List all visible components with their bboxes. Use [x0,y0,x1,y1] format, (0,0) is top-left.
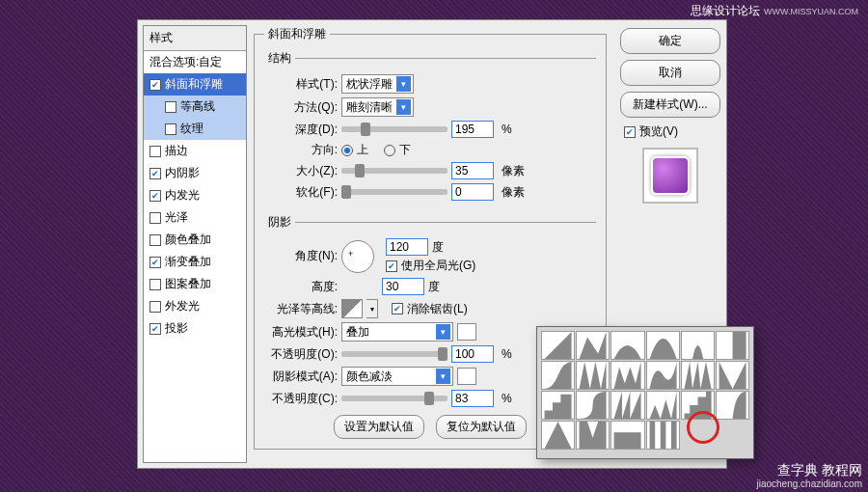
contour-preset[interactable] [576,361,610,390]
contour-preset[interactable] [576,331,610,360]
contour-preset[interactable] [610,331,644,360]
cancel-button[interactable]: 取消 [620,60,720,86]
svg-marker-13 [614,432,641,449]
checkbox-icon[interactable] [149,257,161,268]
direction-label: 方向: [264,142,338,158]
contour-preset[interactable] [646,331,680,360]
highlight-color-swatch[interactable] [457,323,476,341]
watermark-bottom-url: jiaocheng.chazidian.com [756,478,862,490]
style-label: 样式(T): [264,76,338,93]
checkbox-icon[interactable] [149,323,161,335]
highlight-mode-label: 高光模式(H): [264,324,338,341]
style-list: 样式 混合选项:自定 斜面和浮雕 等高线 纹理 描边 内阴影 内发光 光泽 颜色… [143,25,247,463]
soften-slider[interactable] [341,189,448,195]
svg-marker-2 [719,332,746,359]
contour-preset[interactable] [681,331,715,360]
style-select[interactable]: 枕状浮雕▾ [341,74,414,94]
contour-preset[interactable] [541,391,575,420]
contour-preset[interactable] [576,391,610,420]
svg-marker-8 [614,392,641,419]
contour-preset[interactable] [646,391,680,420]
size-input[interactable]: 35 [451,162,494,179]
checkbox-icon[interactable] [165,123,176,135]
direction-down-radio[interactable] [384,145,395,156]
structure-legend: 结构 [264,50,295,67]
make-default-button[interactable]: 设置为默认值 [334,415,424,439]
contour-preset[interactable] [541,331,575,360]
sidebar-item-gradient-overlay[interactable]: 渐变叠加 [144,251,246,273]
depth-input[interactable]: 195 [451,121,494,138]
ok-button[interactable]: 确定 [620,28,720,54]
sidebar-item-inner-shadow[interactable]: 内阴影 [144,162,246,184]
antialias-checkbox[interactable] [392,303,403,314]
angle-dial[interactable] [341,240,374,273]
gloss-contour-swatch[interactable] [341,299,363,318]
chevron-down-icon: ▾ [396,76,411,92]
soften-input[interactable]: 0 [451,183,494,201]
chevron-down-icon[interactable]: ▾ [366,299,378,318]
sidebar-item-bevel[interactable]: 斜面和浮雕 [144,73,246,96]
checkbox-icon[interactable] [149,212,161,224]
sidebar-item-color-overlay[interactable]: 颜色叠加 [144,229,246,251]
chevron-down-icon: ▾ [436,369,450,384]
contour-preset[interactable] [646,361,680,390]
altitude-input[interactable]: 30 [382,278,424,295]
watermark-bottom-text: 查字典 教程网 [756,462,862,478]
contour-preset[interactable] [716,391,749,420]
highlight-opacity-slider[interactable] [341,351,448,357]
depth-slider[interactable] [341,126,448,132]
checkbox-icon[interactable] [149,301,161,313]
global-light-checkbox[interactable] [386,260,397,272]
highlight-mode-select[interactable]: 叠加▾ [341,322,453,342]
shadow-opacity-label: 不透明度(C): [264,391,338,407]
size-slider[interactable] [341,168,448,174]
depth-label: 深度(D): [264,122,338,138]
contour-preset[interactable] [716,331,749,360]
blending-options-row[interactable]: 混合选项:自定 [144,51,246,73]
contour-preset[interactable] [610,361,644,390]
size-label: 大小(Z): [264,163,338,179]
svg-marker-3 [580,362,607,389]
contour-empty [716,421,749,450]
svg-marker-7 [545,395,572,419]
svg-marker-5 [684,362,711,389]
highlight-opacity-input[interactable]: 100 [451,345,494,363]
watermark-top-text: 思缘设计论坛 [691,4,760,17]
sidebar-item-texture[interactable]: 纹理 [144,118,246,140]
svg-marker-0 [545,332,572,359]
checkbox-icon[interactable] [165,101,176,113]
direction-up-radio[interactable] [341,145,353,156]
shadow-mode-select[interactable]: 颜色减淡▾ [341,367,453,386]
sidebar-item-pattern-overlay[interactable]: 图案叠加 [144,273,246,295]
checkbox-icon[interactable] [149,168,161,179]
contour-preset[interactable] [541,421,575,450]
checkbox-icon[interactable] [149,234,161,246]
reset-default-button[interactable]: 复位为默认值 [436,415,527,439]
new-style-button[interactable]: 新建样式(W)... [620,92,720,118]
svg-marker-9 [649,392,676,419]
sidebar-item-stroke[interactable]: 描边 [144,140,246,162]
shadow-opacity-input[interactable]: 83 [451,390,494,407]
sidebar-item-drop-shadow[interactable]: 投影 [144,317,246,340]
contour-preset[interactable] [681,391,715,420]
angle-input[interactable]: 120 [386,238,428,256]
checkbox-icon[interactable] [149,79,161,91]
contour-preset[interactable] [610,391,644,420]
checkbox-icon[interactable] [149,279,161,290]
contour-preset[interactable] [716,361,749,390]
contour-preset[interactable] [576,421,610,450]
contour-preset[interactable] [610,421,644,450]
shadow-color-swatch[interactable] [457,368,476,385]
preview-checkbox[interactable] [624,126,636,138]
contour-preset[interactable] [541,361,575,390]
checkbox-icon[interactable] [149,146,161,157]
contour-preset[interactable] [646,421,680,450]
sidebar-item-satin[interactable]: 光泽 [144,206,246,229]
shadow-opacity-slider[interactable] [341,396,448,401]
method-select[interactable]: 雕刻清晰▾ [341,97,414,117]
sidebar-item-contour[interactable]: 等高线 [144,96,246,118]
sidebar-item-outer-glow[interactable]: 外发光 [144,295,246,317]
checkbox-icon[interactable] [149,190,161,202]
contour-preset[interactable] [681,361,715,390]
sidebar-item-inner-glow[interactable]: 内发光 [144,184,246,206]
